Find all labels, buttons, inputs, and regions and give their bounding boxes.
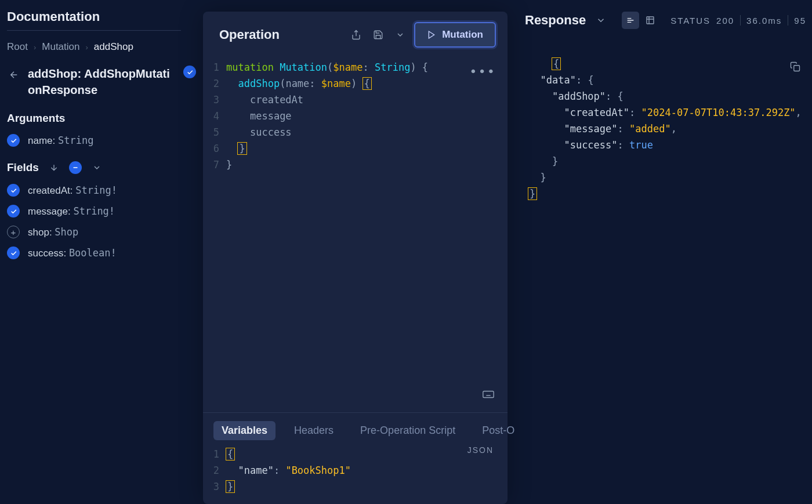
variables-editor[interactable]: JSON 1 2 3 { "name": "BookShop1" }	[203, 440, 507, 504]
selected-check-icon[interactable]	[183, 66, 196, 78]
field-message[interactable]: message: String!	[7, 205, 196, 217]
sort-icon[interactable]	[47, 161, 61, 175]
field-shop[interactable]: + shop: Shop	[7, 226, 196, 238]
more-options-icon[interactable]: •••	[469, 61, 496, 82]
breadcrumb-root[interactable]: Root	[7, 41, 28, 53]
add-field-icon: +	[7, 226, 20, 238]
copy-icon[interactable]	[755, 44, 800, 93]
selected-check-icon	[7, 246, 20, 259]
bottom-tabs-area: Variables Headers Pre-Operation Script P…	[203, 412, 507, 504]
type-signature: addShop: AddShopMutationResponse	[28, 66, 176, 98]
chevron-right-icon: ›	[34, 43, 36, 52]
breadcrumb-mutation[interactable]: Mutation	[42, 41, 79, 53]
collapse-all-icon[interactable]	[69, 161, 82, 174]
tab-variables[interactable]: Variables	[213, 421, 276, 440]
svg-rect-1	[647, 17, 654, 24]
svg-rect-0	[483, 391, 494, 397]
breadcrumb: Root › Mutation › addShop	[7, 41, 196, 53]
argument-name[interactable]: name: String	[7, 134, 196, 147]
line-gutter: 1 2 3	[203, 446, 226, 498]
status-code: 200	[716, 16, 734, 26]
selected-check-icon	[7, 184, 20, 197]
table-view-icon[interactable]	[641, 12, 659, 29]
documentation-title: Documentation	[7, 9, 181, 31]
share-icon[interactable]	[348, 27, 364, 43]
field-success[interactable]: success: Boolean!	[7, 246, 196, 259]
bottom-tabs: Variables Headers Pre-Operation Script P…	[203, 421, 507, 440]
status-label: STATUS	[670, 16, 710, 26]
operation-panel: Operation Mutation 1 2 3 4 5 6 7 mutatio…	[203, 12, 507, 504]
fields-heading: Fields	[7, 161, 196, 175]
arguments-heading: Arguments	[7, 112, 196, 125]
chevron-down-icon[interactable]	[90, 161, 104, 175]
operation-editor[interactable]: 1 2 3 4 5 6 7 mutation Mutation($name: S…	[203, 58, 507, 412]
operation-title: Operation	[219, 27, 342, 42]
tab-headers[interactable]: Headers	[286, 421, 342, 440]
documentation-sidebar: Documentation Root › Mutation › addShop …	[0, 0, 203, 504]
chevron-right-icon: ›	[85, 43, 88, 52]
tab-pre-operation-script[interactable]: Pre-Operation Script	[352, 421, 463, 440]
save-icon[interactable]	[370, 27, 386, 43]
keyboard-icon[interactable]	[482, 388, 495, 405]
response-header: Response STATUS 200 36.0ms 95	[525, 12, 812, 29]
response-time: 36.0ms	[746, 16, 782, 26]
breadcrumb-current: addShop	[94, 41, 133, 53]
svg-rect-2	[794, 66, 800, 71]
chevron-down-icon[interactable]	[392, 27, 408, 43]
type-signature-row: addShop: AddShopMutationResponse	[7, 66, 196, 98]
response-title: Response	[525, 13, 586, 28]
selected-check-icon	[7, 134, 20, 147]
response-size: 95	[794, 16, 806, 26]
json-view-icon[interactable]	[622, 12, 639, 29]
json-badge: JSON	[467, 444, 494, 457]
response-body[interactable]: { "data": { "addShop": { "createdAt": "2…	[525, 39, 812, 202]
operation-header: Operation Mutation	[203, 12, 507, 58]
view-toggle	[622, 12, 659, 29]
selected-check-icon	[7, 205, 20, 217]
field-createdAt[interactable]: createdAt: String!	[7, 184, 196, 197]
chevron-down-icon[interactable]	[594, 13, 608, 27]
code-body[interactable]: mutation Mutation($name: String) { addSh…	[226, 59, 507, 407]
response-panel: Response STATUS 200 36.0ms 95 { "data": …	[507, 0, 812, 504]
line-gutter: 1 2 3 4 5 6 7	[203, 59, 226, 407]
status-area: STATUS 200 36.0ms 95	[670, 15, 812, 26]
back-arrow-icon[interactable]	[7, 68, 21, 82]
run-mutation-button[interactable]: Mutation	[414, 22, 496, 48]
